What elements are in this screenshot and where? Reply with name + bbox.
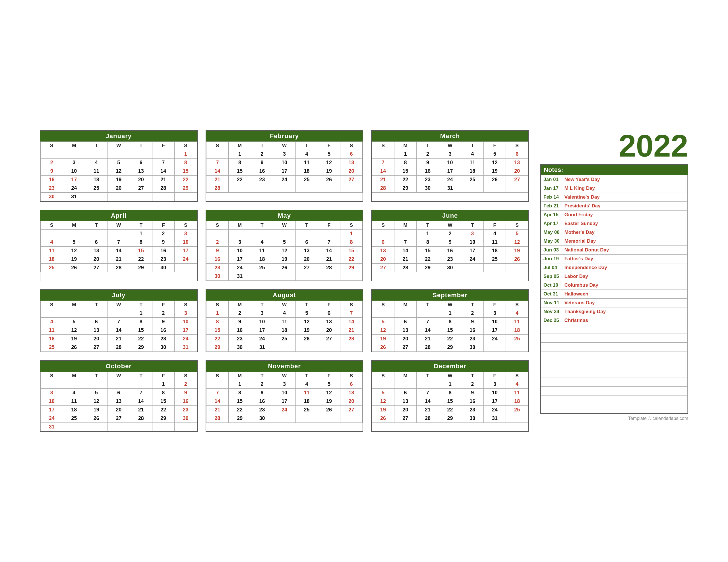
empty-cell [417,380,439,389]
holiday-row: Jan 01New Year's Day [541,175,688,184]
holiday-date: Oct 31 [541,290,562,298]
day-header: S [206,142,229,150]
cal-day: 11 [63,397,85,406]
empty-cell [318,343,340,352]
cal-day: 4 [506,380,528,389]
day-header: S [340,221,363,230]
cal-day: 12 [372,326,394,335]
cal-day: 11 [41,247,63,255]
cal-day: 18 [41,335,63,343]
cal-day: 2 [41,159,63,167]
empty-cell [394,309,417,318]
day-header: S [206,221,229,230]
holiday-row: Nov 24Thanksgiving Day [541,307,688,316]
empty-cell [85,230,108,238]
cal-day: 14 [206,167,229,176]
cal-day: 1 [130,309,152,318]
cal-day: 7 [417,318,439,326]
cal-day: 31 [229,272,251,281]
empty-note-row [541,325,688,334]
cal-day: 14 [318,247,340,255]
day-header: T [461,221,484,230]
cal-day: 18 [483,247,506,255]
cal-day: 12 [318,159,340,167]
cal-day: 27 [372,264,394,272]
cal-day: 6 [340,150,363,159]
day-header: W [107,372,130,380]
cal-day: 28 [318,264,340,272]
cal-day: 28 [152,184,175,193]
cal-day: 18 [251,255,273,264]
day-header: T [295,372,318,380]
cal-day: 2 [439,230,461,238]
cal-day: 27 [506,176,528,184]
holiday-date: Nov 24 [541,307,562,316]
empty-note-row [541,334,688,343]
cal-day: 23 [175,406,197,414]
empty-cell [107,230,130,238]
empty-cell [273,230,296,238]
cal-day: 2 [152,230,175,238]
holiday-name: National Donut Day [562,246,687,255]
cal-table-october: SMTWTFS123456789101112131415161718192021… [40,372,197,431]
holiday-name: Memorial Day [562,237,687,246]
cal-day: 7 [152,159,175,167]
day-header: S [206,301,229,309]
cal-day: 12 [85,397,108,406]
empty-cell [251,184,273,193]
cal-day: 9 [461,318,484,326]
day-header: W [439,142,461,150]
cal-day: 2 [417,150,439,159]
cal-day: 12 [483,159,506,167]
cal-day: 7 [417,389,439,397]
day-header: F [483,301,506,309]
cal-day: 30 [175,414,197,423]
day-header: T [295,301,318,309]
cal-day: 27 [85,264,108,272]
day-header: M [63,372,85,380]
cal-day: 30 [229,343,251,352]
cal-day: 17 [461,247,484,255]
cal-day: 14 [107,326,130,335]
empty-cell [41,150,63,159]
cal-day: 22 [417,255,439,264]
cal-day: 14 [417,326,439,335]
cal-day: 16 [229,326,251,335]
cal-table-april: SMTWTFS123456789101112131415161718192021… [40,221,197,272]
cal-day: 26 [318,176,340,184]
cal-table-august: SMTWTFS123456789101112131415161718192021… [206,300,363,352]
cal-day: 23 [417,176,439,184]
cal-day: 22 [130,335,152,343]
cal-day: 1 [439,309,461,318]
cal-day: 17 [175,326,197,335]
empty-cell [41,380,63,389]
cal-day: 23 [439,255,461,264]
empty-cell [295,184,318,193]
day-header: F [318,221,340,230]
cal-day: 13 [394,397,417,406]
day-header: T [417,372,439,380]
day-header: S [41,301,63,309]
cal-day: 3 [41,389,63,397]
empty-cell [229,230,251,238]
cal-day: 22 [394,176,417,184]
cal-table-may: SMTWTFS123456789101112131415161718192021… [206,221,363,281]
cal-day: 6 [506,150,528,159]
cal-day: 14 [130,397,152,406]
empty-note-row [541,395,688,404]
empty-cell [295,230,318,238]
cal-day: 4 [85,159,108,167]
cal-day: 10 [41,397,63,406]
day-header: F [483,221,506,230]
empty-cell [394,230,417,238]
cal-day: 25 [273,335,296,343]
cal-day: 18 [63,406,85,414]
day-header: S [372,221,394,230]
cal-day: 14 [107,247,130,255]
cal-day: 10 [483,389,506,397]
empty-cell [483,343,506,352]
cal-day: 25 [483,255,506,264]
cal-day: 22 [130,255,152,264]
empty-cell [273,414,296,423]
cal-day: 9 [417,159,439,167]
